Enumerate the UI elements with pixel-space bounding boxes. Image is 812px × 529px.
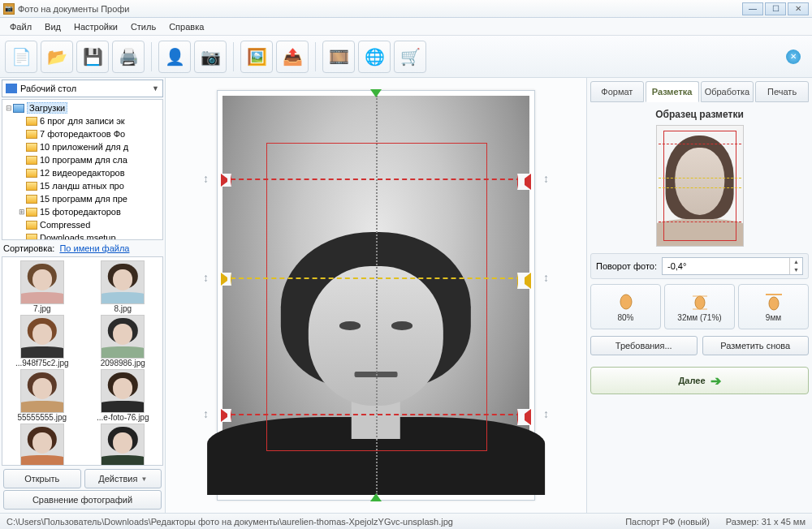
video-button[interactable]: 🎞️ <box>322 41 355 73</box>
next-label: Далее <box>678 376 705 385</box>
thumbnail-name: 8.jpg <box>114 304 132 313</box>
rotate-spinner[interactable]: ▲▼ <box>662 257 803 275</box>
next-button[interactable]: Далее ➔ <box>590 367 809 394</box>
tab-format[interactable]: Формат <box>590 81 644 102</box>
thumbnail[interactable]: ...rasivo-37.jpg <box>4 424 80 466</box>
folder-tree[interactable]: ⊟ Загрузки 6 прог для записи эк7 фоторед… <box>2 99 163 240</box>
tree-item[interactable]: 10 приложений для д <box>4 140 161 153</box>
guide-marker[interactable] <box>221 174 231 187</box>
spin-up-icon[interactable]: ▲ <box>790 258 802 266</box>
open-file-button[interactable]: Открыть <box>3 469 81 488</box>
toolbar-separator <box>315 42 316 71</box>
folder-icon <box>26 143 37 152</box>
sort-link[interactable]: По имени файла <box>59 243 129 253</box>
menu-view[interactable]: Вид <box>40 20 66 33</box>
bottom-handle[interactable] <box>370 493 382 501</box>
tree-item[interactable]: 10 программ для сла <box>4 153 161 166</box>
guide-marker[interactable] <box>517 273 531 289</box>
requirements-button[interactable]: Требования... <box>590 336 698 355</box>
guide-marker[interactable] <box>517 409 531 425</box>
thumbnail[interactable]: ...948f75c2.jpg <box>4 315 80 368</box>
tab-print[interactable]: Печать <box>755 81 809 102</box>
tree-item[interactable]: 7 фоторедактоов Фо <box>4 127 161 140</box>
chin-guide[interactable] <box>222 414 529 415</box>
cart-icon: 🛒 <box>400 47 420 67</box>
thumbnail[interactable]: 55555555.jpg <box>4 369 80 422</box>
maximize-button[interactable]: ☐ <box>765 2 786 15</box>
open-button[interactable]: 📂 <box>41 41 73 73</box>
menu-settings[interactable]: Настройки <box>69 20 123 33</box>
folder-icon <box>26 182 37 191</box>
folder-icon <box>26 221 37 230</box>
thumbnail-image <box>20 424 64 466</box>
film-icon: 🎞️ <box>329 47 348 67</box>
thumbnail-name: ...e-foto-76.jpg <box>97 413 149 422</box>
guide-marker[interactable] <box>221 409 231 422</box>
guide-marker[interactable] <box>517 174 531 190</box>
resize-arrow-icon: ↕ <box>543 172 549 185</box>
print-button[interactable]: 🖨️ <box>112 41 145 73</box>
center-vertical-guide[interactable] <box>376 96 378 495</box>
rotate-input[interactable] <box>663 258 789 274</box>
actions-button[interactable]: Действия▼ <box>84 469 162 488</box>
export-icon: 📤 <box>283 47 302 67</box>
menu-style[interactable]: Стиль <box>126 20 161 33</box>
remark-button[interactable]: Разметить снова <box>702 336 810 355</box>
tree-item[interactable]: Compressed <box>4 218 161 231</box>
minimize-button[interactable]: — <box>742 2 763 15</box>
toolbar: 📄 📂 💾 🖨️ 👤 📷 🖼️ 📤 🎞️ 🌐 🛒 ✕ <box>0 36 812 78</box>
spin-down-icon[interactable]: ▼ <box>790 266 802 274</box>
tabs: Формат Разметка Обработка Печать <box>590 81 809 102</box>
top-handle[interactable] <box>370 89 382 97</box>
metric-face-height[interactable]: 80% <box>590 284 661 329</box>
compare-button[interactable]: Сравнение фотографий <box>3 490 162 510</box>
collapse-icon[interactable]: ⊟ <box>4 104 13 112</box>
thumbnail[interactable]: 47782129.jpg <box>85 424 162 466</box>
menu-help[interactable]: Справка <box>164 20 209 33</box>
new-button[interactable]: 📄 <box>5 41 37 73</box>
tree-label: 12 видеоредакторов <box>40 168 125 178</box>
drive-select[interactable]: Рабочий стол ▼ <box>2 80 163 97</box>
toolbar-separator <box>151 42 152 71</box>
menu-file[interactable]: Файл <box>5 20 37 33</box>
guide-marker[interactable] <box>221 273 231 286</box>
metric-head-size[interactable]: 32мм (71%) <box>664 284 735 329</box>
image-button[interactable]: 🖼️ <box>240 41 273 73</box>
metric-value: 9мм <box>766 313 781 322</box>
tree-item[interactable]: Downloads msetup <box>4 231 161 240</box>
camera-button[interactable]: 📷 <box>194 41 227 73</box>
tree-item[interactable]: ⊞15 фоторедакторов <box>4 205 161 218</box>
folder-icon <box>26 169 37 178</box>
tree-item[interactable]: 6 прог для записи эк <box>4 114 161 127</box>
web-button[interactable]: 🌐 <box>358 41 391 73</box>
top-guide[interactable] <box>222 178 529 180</box>
thumbnail[interactable]: ...e-foto-76.jpg <box>85 369 162 422</box>
person-button[interactable]: 👤 <box>158 41 191 73</box>
camera-icon: 📷 <box>201 47 220 67</box>
tree-item[interactable]: 15 ландш атных про <box>4 179 161 192</box>
thumbnail[interactable]: 7.jpg <box>4 260 80 313</box>
photo-canvas[interactable]: ↕ ↕ ↕ ↕ ↕ ↕ <box>217 90 535 501</box>
folder-icon <box>26 195 37 204</box>
metric-top-margin[interactable]: 9мм <box>738 284 809 329</box>
close-button[interactable]: ✕ <box>788 2 809 15</box>
cart-button[interactable]: 🛒 <box>394 41 426 73</box>
tree-root[interactable]: ⊟ Загрузки <box>4 101 161 114</box>
status-size: Размер: 31 x 45 мм <box>726 517 806 527</box>
desktop-icon <box>6 84 17 93</box>
tab-process[interactable]: Обработка <box>701 81 754 102</box>
eye-guide[interactable] <box>222 277 529 279</box>
status-doc-type: Паспорт РФ (новый) <box>625 517 710 527</box>
expand-icon[interactable]: ⊞ <box>17 208 26 216</box>
tree-item[interactable]: 15 программ для пре <box>4 192 161 205</box>
save-button[interactable]: 💾 <box>76 41 109 73</box>
export-button[interactable]: 📤 <box>276 41 309 73</box>
folder-icon <box>26 117 37 126</box>
panel-close-button[interactable]: ✕ <box>786 49 801 64</box>
tab-markup[interactable]: Разметка <box>646 81 699 102</box>
app-icon: 📷 <box>3 3 15 15</box>
thumbnail[interactable]: 2098986.jpg <box>85 315 162 368</box>
thumbnail[interactable]: 8.jpg <box>85 260 162 313</box>
thumbnail-grid[interactable]: 7.jpg8.jpg...948f75c2.jpg2098986.jpg5555… <box>2 256 163 466</box>
tree-item[interactable]: 12 видеоредакторов <box>4 166 161 179</box>
